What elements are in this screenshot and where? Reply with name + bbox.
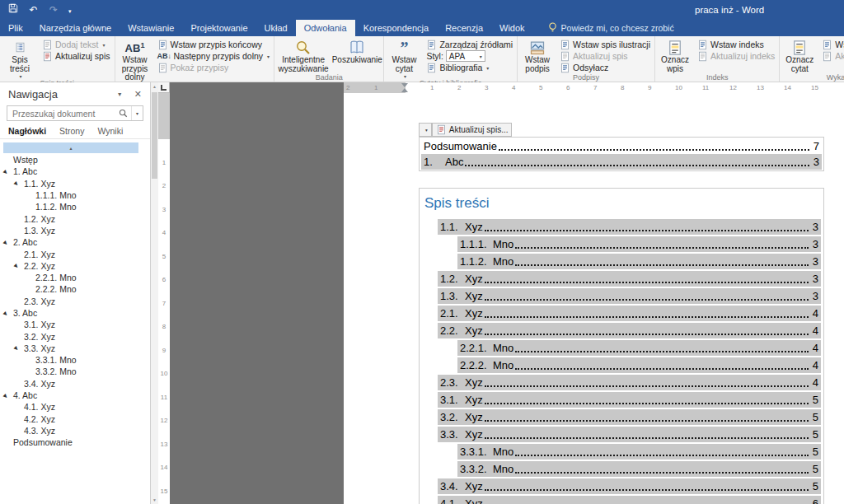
toc-entry[interactable]: 3.3.2.Mno5 [457, 461, 821, 477]
nav-heading-item[interactable]: 2.3. Xyz [0, 296, 150, 307]
aktualizuj-spis-button[interactable]: Aktualizuj spis [556, 50, 654, 62]
nav-heading-item[interactable]: 3.3.2. Mno [0, 366, 150, 377]
toc-entry[interactable]: 2.2.2.Mno4 [457, 357, 821, 373]
aktualizuj-indeks-button[interactable]: Aktualizuj indeks [694, 50, 778, 62]
toc-entry[interactable]: 3.2.Xyz5 [438, 409, 821, 425]
nav-heading-item[interactable]: 2.2.1. Mno [0, 272, 150, 283]
collapse-triangle-icon[interactable]: ▶ [2, 168, 9, 175]
bibliografia-button[interactable]: Bibliografia▾ [423, 62, 516, 73]
toc-entry[interactable]: 3.3.1.Mno5 [457, 444, 821, 460]
nav-heading-item[interactable]: ▶3. Abc [0, 307, 150, 319]
nav-selected-heading[interactable]: ▴ [3, 142, 138, 153]
nav-heading-item[interactable]: ▶1. Abc [0, 166, 150, 177]
dodaj-tekst-button[interactable]: Dodaj tekst▾ [39, 39, 114, 50]
nav-heading-item[interactable]: 1.2. Xyz [0, 212, 150, 224]
nav-heading-item[interactable]: ▶3.3. Xyz [0, 343, 150, 354]
style-combobox[interactable]: APA▾ [446, 50, 485, 62]
search-options-icon[interactable]: ▾ [131, 106, 143, 120]
qat-customize-button[interactable]: ▾ [65, 4, 74, 19]
wstaw-indeks-button[interactable]: Wstaw indeks [694, 39, 778, 50]
nav-tab-strony[interactable]: Strony [59, 126, 84, 136]
aktualizuj-tabelę-button[interactable]: Aktualizuj tabelę [818, 50, 844, 62]
collapse-triangle-icon[interactable]: ▶ [13, 345, 20, 352]
toc-menu-button[interactable]: ▾ [419, 123, 432, 137]
chevron-down-icon[interactable]: ▼ [117, 91, 123, 97]
nav-heading-item[interactable]: ▶2.2. Xyz [0, 260, 150, 272]
nav-heading-item[interactable]: Wstęp [0, 154, 150, 166]
ribbon-tab-wstawianie[interactable]: Wstawianie [120, 20, 182, 36]
odsyłacz-button[interactable]: Odsyłacz [556, 62, 654, 73]
inteligentne-wyszukiwanie-button[interactable]: Inteligentne wyszukiwanie [275, 37, 331, 73]
collapse-triangle-icon[interactable]: ▶ [13, 180, 20, 187]
nav-heading-item[interactable]: ▶2. Abc [0, 236, 150, 248]
ribbon-tab-plik[interactable]: Plik [0, 20, 31, 36]
scrollbar-thumb[interactable] [152, 92, 157, 179]
toc-entry[interactable]: 3.1.Xyz5 [438, 392, 821, 408]
nav-heading-item[interactable]: ▶4. Abc [0, 390, 150, 401]
oznacz-wpis-button[interactable]: Oznacz wpis [656, 37, 694, 73]
toc-entry[interactable]: 1.1.Xyz3 [438, 219, 821, 235]
collapse-triangle-icon[interactable]: ▶ [2, 310, 9, 316]
toc-entry[interactable]: 1.3.Xyz3 [438, 288, 821, 304]
nav-heading-item[interactable]: 3.4. Xyz [0, 378, 150, 390]
oznacz-cytat-button[interactable]: Oznacz cytat [781, 37, 818, 73]
collapse-triangle-icon[interactable]: ▶ [2, 392, 9, 399]
wstaw-przypis-końcowy-button[interactable]: Wstaw przypis końcowy [154, 39, 274, 50]
wstaw-spis-ilustracji-button[interactable]: Wstaw spis ilustracji [556, 39, 654, 50]
wstaw-podpis-button[interactable]: Wstaw podpis [518, 37, 556, 73]
toc-entry[interactable]: 3.4.Xyz5 [438, 478, 821, 494]
wstaw-wykaz-źródeł-button[interactable]: Wstaw wykaz źródeł [818, 39, 844, 50]
search-input[interactable]: Przeszukaj dokument ▾ [7, 105, 143, 121]
ribbon-tab-odwołania[interactable]: Odwołania [296, 20, 355, 36]
navigation-scrollbar[interactable]: ▲ ▼ [151, 82, 158, 504]
nav-heading-item[interactable]: 3.2. Xyz [0, 330, 150, 342]
nav-heading-item[interactable]: 4.3. Xyz [0, 425, 150, 436]
toc-entry[interactable]: 2.2.Xyz4 [438, 323, 821, 338]
wstaw-cytat-button[interactable]: ”Wstaw cytat▾ [385, 37, 423, 79]
nav-tab-wyniki[interactable]: Wyniki [97, 126, 123, 136]
toc-entry[interactable]: 4.1.Xyz6 [438, 496, 821, 504]
nav-heading-item[interactable]: 1.1.1. Mno [0, 189, 150, 201]
ribbon-tab-korespondencja[interactable]: Korespondencja [355, 20, 438, 36]
toc-entry[interactable]: 1.2.Xyz3 [438, 271, 821, 287]
toc-entry[interactable]: 2.1.Xyz4 [438, 306, 821, 321]
undo-button[interactable]: ↶ [25, 2, 41, 17]
ribbon-tab-recenzja[interactable]: Recenzja [437, 20, 491, 36]
redo-button[interactable]: ↷ [45, 2, 62, 17]
nav-heading-item[interactable]: 1.3. Xyz [0, 225, 150, 236]
ribbon-tab-powiedz-mi-co-chcesz-zrobić[interactable]: Powiedz mi, co chcesz zrobić [540, 20, 682, 36]
close-icon[interactable]: ✕ [134, 89, 142, 100]
ribbon-tab-widok[interactable]: Widok [491, 20, 533, 36]
nav-heading-item[interactable]: 3.3.1. Mno [0, 354, 150, 366]
toc-entry[interactable]: 1.1.1.Mno3 [457, 236, 821, 252]
ribbon-tab-narzędzia-główne[interactable]: Narzędzia główne [31, 20, 120, 36]
nav-heading-item[interactable]: 4.1. Xyz [0, 401, 150, 413]
toc-entry[interactable]: 2.3.Xyz4 [438, 375, 821, 390]
toc-entry[interactable]: 3.3.Xyz5 [438, 427, 821, 442]
poszukiwanie-button[interactable]: Poszukiwanie [331, 37, 382, 73]
toc-entry[interactable]: 1.1.2.Mno3 [457, 254, 821, 269]
nav-heading-item[interactable]: 2.2.2. Mno [0, 283, 150, 295]
nav-tab-nagłówki[interactable]: Nagłówki [8, 126, 46, 136]
toc-entry[interactable]: Podsumowanie7 [421, 138, 822, 154]
save-button[interactable] [5, 1, 21, 16]
update-toc-button[interactable]: Aktualizuj spis... [432, 123, 513, 137]
spis-treści-button[interactable]: Spis treści▾ [1, 37, 39, 79]
styl-button[interactable]: Styl:APA▾ [423, 50, 516, 62]
nav-heading-item[interactable]: 2.1. Xyz [0, 248, 150, 259]
wstaw-przypis-dolny-button[interactable]: AB1Wstaw przypis dolny [116, 37, 154, 82]
toc-entry[interactable]: 2.2.1.Mno4 [457, 340, 821, 356]
nav-heading-item[interactable]: Podsumowanie [0, 436, 150, 448]
toc-entry[interactable]: 1.Abc3 [421, 154, 822, 170]
nav-heading-item[interactable]: ▶1.1. Xyz [0, 178, 150, 189]
left-indent-marker[interactable] [401, 85, 408, 92]
nav-heading-item[interactable]: 1.1.2. Mno [0, 201, 150, 212]
ribbon-tab-układ[interactable]: Układ [256, 20, 296, 36]
ribbon-tab-projektowanie[interactable]: Projektowanie [182, 20, 256, 36]
collapse-triangle-icon[interactable]: ▶ [2, 239, 9, 245]
collapse-triangle-icon[interactable]: ▶ [13, 263, 20, 269]
aktualizuj-spis-button[interactable]: Aktualizuj spis [39, 50, 114, 62]
scroll-down-icon[interactable]: ▼ [151, 497, 158, 502]
search-icon[interactable] [115, 109, 131, 118]
scroll-up-icon[interactable]: ▲ [151, 84, 158, 89]
